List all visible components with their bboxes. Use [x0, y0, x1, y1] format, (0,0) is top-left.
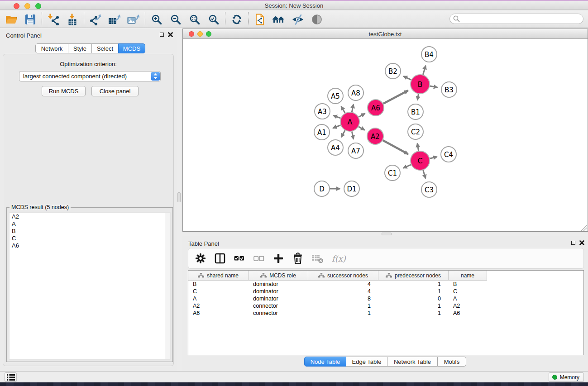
close-panel-button[interactable]: Close panel	[91, 86, 139, 96]
first-neighbors-button[interactable]	[271, 12, 287, 27]
result-item[interactable]: C	[10, 234, 170, 242]
table-row[interactable]: A2connector11A2	[188, 302, 583, 310]
node-A6[interactable]: A6	[368, 100, 384, 116]
result-scrollbar[interactable]	[165, 213, 170, 359]
cell-shared-name[interactable]: C	[188, 288, 249, 295]
edge-B-B4[interactable]	[423, 66, 425, 75]
export-image-button[interactable]	[126, 12, 141, 27]
node-C3[interactable]: C3	[421, 182, 437, 197]
cell-name[interactable]: A6	[449, 310, 487, 317]
task-history-button[interactable]	[5, 372, 17, 382]
zoom-selected-button[interactable]	[206, 12, 221, 27]
node-A1[interactable]: A1	[314, 124, 330, 140]
search-input[interactable]	[460, 15, 583, 23]
network-canvas[interactable]: B4B2BB3A8A5A6A3B1AA1C2A2A4A7C4CC1C3DD1	[183, 39, 588, 231]
cell-shared-name[interactable]: A	[188, 295, 249, 302]
node-B2[interactable]: B2	[385, 63, 401, 79]
column-header-name[interactable]: name	[449, 271, 487, 281]
cell-MCDS-role[interactable]: dominator	[249, 281, 308, 288]
import-network-button[interactable]	[46, 12, 61, 27]
table-row[interactable]: Cdominator41C	[188, 288, 583, 295]
tab-network-table[interactable]: Network Table	[387, 357, 438, 367]
export-network-button[interactable]	[88, 12, 103, 27]
node-A7[interactable]: A7	[348, 143, 363, 158]
cell-predecessor-nodes[interactable]: 1	[378, 302, 449, 310]
result-item[interactable]: B	[10, 227, 170, 234]
cell-name[interactable]: C	[449, 288, 487, 295]
cell-successor-nodes[interactable]: 8	[308, 295, 378, 302]
refresh-view-button[interactable]	[229, 12, 244, 27]
node-B4[interactable]: B4	[421, 47, 437, 62]
node-B3[interactable]: B3	[441, 82, 457, 97]
table-row[interactable]: Bdominator41B	[188, 281, 583, 288]
run-mcds-button[interactable]: Run MCDS	[42, 86, 86, 96]
float-table-panel-icon[interactable]	[571, 241, 575, 245]
column-layout-button[interactable]	[212, 250, 228, 267]
edge-A-A1[interactable]	[333, 125, 340, 128]
delete-column-button[interactable]	[290, 250, 306, 267]
cell-shared-name[interactable]: A2	[188, 302, 249, 310]
network-window-titlebar[interactable]: testGlobe.txt	[183, 29, 588, 39]
float-panel-icon[interactable]	[160, 33, 164, 37]
cell-name[interactable]: A2	[449, 302, 487, 310]
edge-C-C2[interactable]	[417, 143, 419, 151]
import-table-button[interactable]	[65, 12, 80, 27]
tab-node-table[interactable]: Node Table	[304, 357, 346, 367]
new-network-from-selection-button[interactable]	[252, 12, 268, 27]
table-settings-button[interactable]	[193, 250, 208, 267]
cell-shared-name[interactable]: A6	[188, 310, 249, 317]
edge-A2-C[interactable]	[383, 140, 408, 154]
open-session-button[interactable]	[4, 12, 19, 27]
export-table-button[interactable]	[107, 12, 122, 27]
edge-A-A8[interactable]	[352, 105, 353, 112]
edge-B-B3[interactable]	[430, 86, 438, 87]
edge-C-C1[interactable]	[403, 165, 411, 168]
node-A4[interactable]: A4	[328, 140, 343, 155]
show-all-button[interactable]	[309, 12, 325, 27]
tab-motifs[interactable]: Motifs	[437, 357, 466, 367]
save-session-button[interactable]	[23, 12, 38, 27]
node-C1[interactable]: C1	[385, 165, 400, 181]
cell-name[interactable]: B	[449, 281, 487, 288]
column-header-MCDS-role[interactable]: MCDS role	[249, 271, 308, 281]
result-item[interactable]: A2	[10, 213, 170, 220]
node-C2[interactable]: C2	[408, 124, 423, 139]
edge-B-B1[interactable]	[417, 94, 418, 100]
node-table[interactable]: shared nameMCDS rolesuccessor nodesprede…	[188, 270, 584, 355]
search-box[interactable]	[449, 14, 583, 24]
column-header-successor-nodes[interactable]: successor nodes	[308, 271, 378, 281]
cell-name[interactable]: A	[449, 295, 487, 302]
edge-A-A2[interactable]	[359, 127, 365, 130]
edge-C-C4[interactable]	[430, 157, 437, 159]
deselect-all-rows-button[interactable]	[251, 250, 267, 267]
node-A5[interactable]: A5	[328, 88, 343, 104]
column-header-predecessor-nodes[interactable]: predecessor nodes	[378, 271, 449, 281]
cell-successor-nodes[interactable]: 1	[308, 302, 378, 310]
result-item[interactable]: A	[10, 220, 170, 227]
node-C[interactable]: C	[411, 151, 430, 170]
result-item[interactable]: A6	[10, 242, 170, 249]
node-D[interactable]: D	[314, 181, 330, 196]
vertical-splitter-handle[interactable]	[177, 192, 181, 202]
mcds-result-list[interactable]: A2ABCA6	[9, 212, 171, 360]
criterion-dropdown[interactable]: largest connected component (directed)	[19, 71, 161, 81]
cell-predecessor-nodes[interactable]: 0	[378, 295, 449, 302]
edge-B-B2[interactable]	[403, 76, 411, 80]
cell-MCDS-role[interactable]: dominator	[249, 288, 308, 295]
tab-mcds[interactable]: MCDS	[118, 43, 145, 53]
frame-resize-grip[interactable]	[581, 225, 587, 231]
edge-A-A7[interactable]	[352, 132, 353, 139]
hide-selected-button[interactable]	[290, 12, 306, 27]
node-C4[interactable]: C4	[441, 147, 456, 162]
node-A2[interactable]: A2	[367, 128, 383, 144]
node-B1[interactable]: B1	[408, 104, 423, 119]
column-header-shared-name[interactable]: shared name	[188, 271, 249, 281]
select-all-rows-button[interactable]	[232, 250, 247, 267]
delete-table-button[interactable]	[310, 250, 325, 267]
tab-network[interactable]: Network	[35, 43, 68, 53]
cell-successor-nodes[interactable]: 4	[308, 288, 378, 295]
edge-A-A3[interactable]	[333, 115, 340, 118]
node-A3[interactable]: A3	[315, 104, 330, 119]
zoom-in-button[interactable]	[149, 12, 164, 27]
tab-style[interactable]: Style	[68, 43, 92, 53]
